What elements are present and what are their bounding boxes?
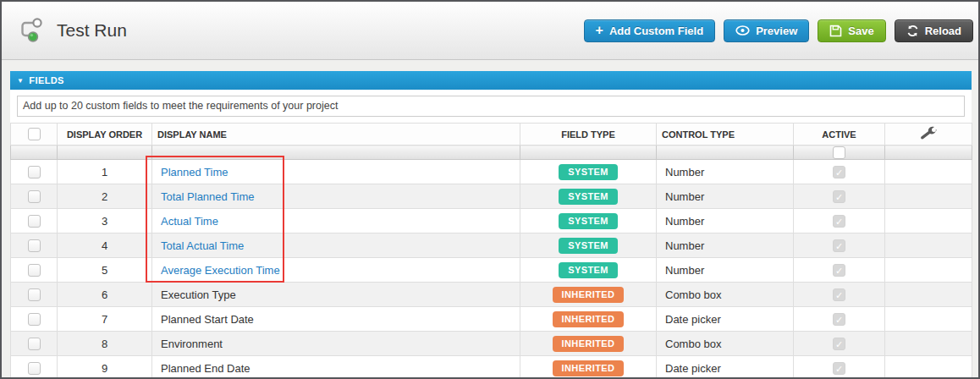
column-header-control-type: CONTROL TYPE (657, 124, 794, 146)
toolbar: + Add Custom Field Preview (584, 19, 973, 42)
add-custom-field-button[interactable]: + Add Custom Field (584, 19, 716, 42)
refresh-icon (906, 25, 919, 37)
control-type-value: Date picker (665, 313, 721, 326)
save-disk-icon (829, 25, 842, 37)
actions-cell (885, 307, 972, 332)
display-name: Planned End Date (161, 362, 251, 375)
control-type-value: Number (665, 215, 704, 228)
display-name[interactable]: Planned Time (161, 166, 228, 179)
actions-cell (885, 332, 972, 356)
control-type-value: Combo box (665, 338, 721, 350)
app-window: Test Run + Add Custom Field Preview (0, 0, 980, 379)
table-row: 5 Average Execution Time SYSTEM Number ✓ (11, 258, 972, 283)
active-checkbox: ✓ (833, 264, 845, 277)
plus-icon: + (596, 24, 603, 37)
table-row: 9 Planned End Date INHERITED Date picker… (11, 356, 972, 379)
test-run-icon (17, 16, 44, 45)
table-row: 8 Environment INHERITED Combo box ✓ (11, 332, 972, 356)
control-type-value: Number (665, 264, 704, 277)
control-type-value: Date picker (665, 362, 721, 375)
display-order-value: 4 (102, 239, 107, 252)
save-button[interactable]: Save (818, 19, 885, 42)
column-header-field-type: FIELD TYPE (520, 124, 657, 146)
field-type-badge: INHERITED (553, 360, 625, 376)
row-checkbox[interactable] (28, 166, 41, 179)
field-type-badge: INHERITED (553, 287, 625, 303)
display-name: Environment (161, 338, 223, 350)
row-checkbox[interactable] (28, 338, 41, 350)
column-header-active: ACTIVE (794, 124, 885, 146)
table-row: 1 Planned Time SYSTEM Number ✓ (11, 160, 972, 184)
display-name[interactable]: Actual Time (161, 215, 218, 228)
active-checkbox: ✓ (833, 288, 845, 301)
column-header-actions (885, 124, 972, 146)
select-all-checkbox[interactable] (28, 128, 41, 140)
display-name: Planned Start Date (161, 313, 254, 326)
control-type-value: Number (665, 166, 704, 179)
row-checkbox[interactable] (28, 215, 41, 228)
field-type-badge: SYSTEM (559, 213, 618, 229)
field-type-badge: INHERITED (553, 311, 625, 327)
active-all-checkbox[interactable] (833, 146, 845, 159)
reload-button[interactable]: Reload (895, 19, 973, 42)
field-type-badge: SYSTEM (559, 164, 618, 180)
active-checkbox: ✓ (833, 190, 845, 203)
fields-panel-title: FIELDS (29, 75, 64, 85)
display-order-value: 1 (102, 166, 107, 179)
display-name[interactable]: Total Actual Time (161, 239, 244, 252)
active-checkbox: ✓ (833, 166, 845, 179)
active-checkbox: ✓ (833, 338, 845, 350)
display-order-value: 2 (102, 190, 107, 203)
display-order-value: 7 (102, 313, 107, 326)
field-type-badge: SYSTEM (559, 189, 618, 205)
column-header-display-name: DISPLAY NAME (152, 124, 520, 146)
top-bar: Test Run + Add Custom Field Preview (2, 2, 978, 60)
table-row: 6 Execution Type INHERITED Combo box ✓ (11, 283, 972, 307)
table-header-row: DISPLAY ORDER DISPLAY NAME FIELD TYPE CO… (11, 124, 972, 146)
display-name[interactable]: Average Execution Time (161, 264, 280, 277)
table-filter-row (11, 146, 972, 160)
display-name: Execution Type (161, 288, 236, 301)
actions-cell (885, 283, 972, 307)
table-row: 3 Actual Time SYSTEM Number ✓ (11, 209, 972, 233)
fields-panel-header[interactable]: ▼ FIELDS (10, 71, 972, 90)
table-row: 4 Total Actual Time SYSTEM Number ✓ (11, 233, 972, 258)
fields-panel-body: Add up to 20 custom fields to meet the r… (10, 90, 972, 123)
active-checkbox: ✓ (833, 313, 845, 326)
control-type-value: Number (665, 190, 704, 203)
display-order-value: 9 (102, 362, 107, 375)
actions-cell (885, 160, 972, 184)
field-type-badge: INHERITED (553, 336, 625, 352)
actions-cell (885, 233, 972, 258)
row-checkbox[interactable] (28, 264, 41, 277)
row-checkbox[interactable] (28, 288, 41, 301)
control-type-value: Combo box (665, 288, 721, 301)
active-checkbox: ✓ (833, 239, 845, 252)
actions-cell (885, 258, 972, 283)
table-row: 2 Total Planned Time SYSTEM Number ✓ (11, 184, 972, 209)
column-header-display-order: DISPLAY ORDER (58, 124, 152, 146)
display-order-value: 5 (102, 264, 107, 277)
display-order-value: 6 (102, 288, 107, 301)
page-title: Test Run (57, 20, 127, 41)
active-checkbox: ✓ (833, 215, 845, 228)
row-checkbox[interactable] (28, 190, 41, 203)
row-checkbox[interactable] (28, 362, 41, 375)
display-order-value: 8 (102, 338, 107, 350)
eye-icon (735, 25, 750, 36)
preview-button[interactable]: Preview (724, 19, 809, 42)
fields-description: Add up to 20 custom fields to meet the r… (17, 96, 965, 117)
collapse-caret-icon: ▼ (17, 77, 24, 85)
field-type-badge: SYSTEM (559, 238, 618, 254)
actions-cell (885, 209, 972, 233)
row-checkbox[interactable] (28, 239, 41, 252)
table-row: 7 Planned Start Date INHERITED Date pick… (11, 307, 972, 332)
wrench-icon (890, 125, 966, 143)
row-checkbox[interactable] (28, 313, 41, 326)
actions-cell (885, 356, 972, 379)
field-type-badge: SYSTEM (559, 262, 618, 278)
fields-table: DISPLAY ORDER DISPLAY NAME FIELD TYPE CO… (10, 123, 972, 379)
control-type-value: Number (665, 239, 704, 252)
actions-cell (885, 184, 972, 209)
display-name[interactable]: Total Planned Time (161, 190, 255, 203)
